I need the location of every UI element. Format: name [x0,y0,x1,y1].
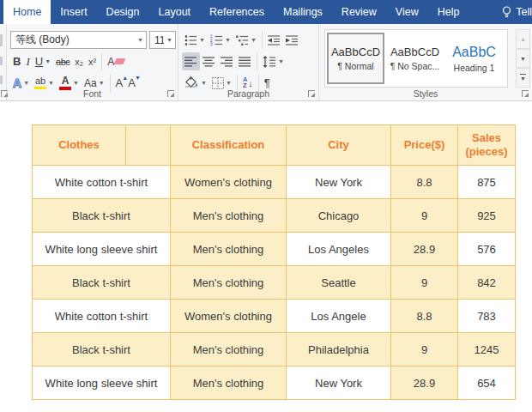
align-center-button[interactable] [200,52,218,70]
column-header-spacer[interactable] [126,125,171,166]
tab-references[interactable]: References [200,0,274,24]
style-preview: AaBbCcD [390,45,439,58]
cut-icon[interactable] [0,57,3,65]
chevron-down-icon: ▼ [137,37,143,43]
tab-home[interactable]: Home [3,0,51,24]
line-spacing-button[interactable]: ▼ [260,52,287,70]
table-cell[interactable]: Philadelphia [287,333,391,367]
align-right-button[interactable] [218,52,236,70]
table-cell[interactable]: Men's clothing [171,367,287,400]
justify-button[interactable] [236,52,254,70]
tab-layout[interactable]: Layout [149,0,201,24]
styles-gallery-scrollbar: ▲ ▼ ▼ [516,29,530,88]
tab-design[interactable]: Design [97,0,149,24]
format-painter-icon[interactable] [0,76,3,84]
tell-me-box[interactable]: Tell [502,0,532,24]
chevron-down-icon: ▼ [73,80,79,86]
paste-icon[interactable] [0,34,3,46]
table-cell[interactable]: 8.8 [391,300,458,333]
table-cell[interactable]: White cotton t-shirt [33,300,171,333]
table-cell[interactable]: Men's clothing [171,233,287,266]
down-arrow-icon: ↓ [248,78,253,88]
tab-mailings[interactable]: Mailings [274,0,332,24]
line-spacing-icon [263,56,276,68]
table-cell[interactable]: Seattle [287,266,391,300]
tab-view[interactable]: View [386,0,428,24]
font-name-combobox[interactable]: 等线 (Body) ▼ [10,31,147,49]
table-cell[interactable]: 842 [458,266,516,300]
table-cell[interactable]: White long sleeve shirt [33,367,171,400]
font-group: 等线 (Body) ▼ 11 ▼ B I U▼ abc x₂ x² A A▼ [7,24,178,100]
multilevel-list-button[interactable]: ▼ [233,31,259,49]
column-header-classification[interactable]: Classification [171,125,287,166]
font-size-combobox[interactable]: 11 ▼ [149,31,176,49]
style-name: ¶ No Spac... [390,61,440,71]
table-cell[interactable]: Chicago [287,199,391,233]
table-cell[interactable]: New York [287,166,391,199]
table-cell[interactable]: Black t-shirt [33,266,171,300]
styles-dialog-launcher[interactable] [522,90,529,97]
svg-text:3: 3 [210,42,213,46]
clear-formatting-button[interactable]: A [105,52,127,70]
table-cell[interactable]: Los Angeles [287,233,391,266]
table-cell[interactable]: Men's clothing [171,199,287,233]
paint-bucket-icon [184,76,199,89]
superscript-button[interactable]: x² [86,52,99,70]
table-cell[interactable]: Men's clothing [171,333,287,367]
table-cell[interactable]: Los Angele [287,300,391,333]
column-header-sales-pieces[interactable]: Sales (pieces) [458,125,516,166]
chevron-down-icon: ▼ [23,80,29,86]
table-cell[interactable]: White long sleeve shirt [33,233,171,266]
table-cell[interactable]: 9 [391,266,458,300]
font-size-value: 11 [154,34,164,46]
document-area[interactable]: ClothesClassificationCityPrice($)Sales (… [0,101,532,412]
multilevel-list-icon [236,34,249,46]
gallery-scroll-up-button[interactable]: ▲ [516,29,530,49]
table-cell[interactable]: Women's clothing [171,300,287,333]
table-cell[interactable]: 28.9 [391,233,458,266]
gallery-scroll-down-button[interactable]: ▼ [516,49,530,69]
column-header-price[interactable]: Price($) [391,125,458,166]
gallery-more-button[interactable]: ▼ [516,68,530,88]
subscript-button[interactable]: x₂ [72,52,86,70]
table-cell[interactable]: Men's clothing [171,266,287,300]
style-no-spac[interactable]: AaBbCcD¶ No Spac... [386,33,444,84]
tab-help[interactable]: Help [428,0,469,24]
table-cell[interactable]: 875 [458,166,516,199]
increase-indent-button[interactable] [283,31,301,49]
separator [101,53,102,70]
table-cell[interactable]: 783 [458,300,516,333]
table-cell[interactable]: Black t-shirt [33,333,171,367]
paragraph-dialog-launcher[interactable] [308,90,315,97]
table-cell[interactable]: 9 [391,199,458,233]
bold-button[interactable]: B [10,52,23,70]
italic-button[interactable]: I [23,52,32,70]
tab-insert[interactable]: Insert [51,0,96,24]
table-cell[interactable]: 654 [458,367,516,400]
column-header-clothes[interactable]: Clothes [33,125,126,166]
strikethrough-button[interactable]: abc [53,52,72,70]
column-header-city[interactable]: City [287,125,391,166]
underline-button[interactable]: U▼ [33,52,53,70]
table-cell[interactable]: Black t-shirt [33,199,171,233]
table-cell[interactable]: 28.9 [391,367,458,400]
style-heading-1[interactable]: AaBbCHeading 1 [445,33,503,84]
table-cell[interactable]: 576 [458,233,516,266]
table-cell[interactable]: 9 [391,333,458,367]
table-cell[interactable]: 925 [458,199,516,233]
style-preview: AaBbCcD [331,45,380,58]
table-cell[interactable]: 8.8 [391,166,458,199]
table-cell[interactable]: Women's clothing [171,166,287,199]
bullets-button[interactable]: ▼ [182,31,208,49]
table-cell[interactable]: New York [287,367,391,400]
tab-review[interactable]: Review [332,0,386,24]
table-cell[interactable]: White cotton t-shirt [33,166,171,199]
more-styles-icon: ▼ [520,74,526,82]
table-row: White long sleeve shirtMen's clothingNew… [33,367,516,400]
style-normal[interactable]: AaBbCcD¶ Normal [327,33,384,84]
decrease-indent-button[interactable] [265,31,283,49]
align-left-button[interactable] [182,52,200,70]
table-cell[interactable]: 1245 [458,333,516,367]
numbering-button[interactable]: 1 2 3 ▼ [208,31,233,49]
font-dialog-launcher[interactable] [167,90,174,97]
